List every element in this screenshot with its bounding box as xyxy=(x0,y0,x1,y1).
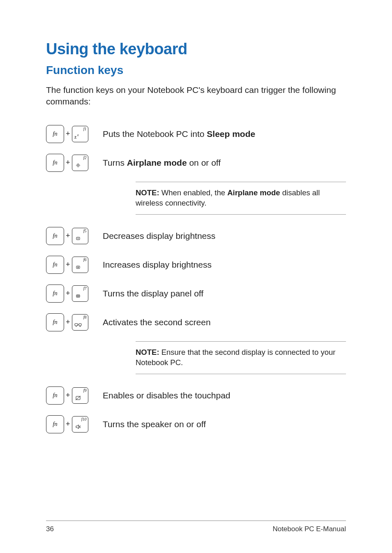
key-combo: fn + f9 xyxy=(46,386,103,405)
plus-sign: + xyxy=(66,318,70,326)
fn-key-icon: fn xyxy=(46,386,64,405)
f-label: f9 xyxy=(83,388,87,393)
key-combo: fn + f8 / xyxy=(46,312,103,331)
shortcut-description: Turns the speaker on or off xyxy=(103,414,346,430)
key-combo: fn + f10 xyxy=(46,414,103,433)
f-label: f10 xyxy=(81,417,87,421)
key-combo: fn + f5 xyxy=(46,226,103,245)
second-screen-icon: / xyxy=(74,321,82,329)
shortcut-description: Turns the display panel off xyxy=(103,284,346,299)
svg-text:z: z xyxy=(74,134,76,140)
fn-key-icon: fn xyxy=(46,415,64,433)
f8-key-icon: f8 / xyxy=(72,314,88,331)
svg-text:/: / xyxy=(78,324,78,326)
f9-key-icon: f9 xyxy=(72,387,88,404)
f6-key-icon: f6 xyxy=(72,257,88,273)
plus-sign: + xyxy=(66,231,70,240)
manual-title: Notebook PC E-Manual xyxy=(272,525,346,533)
shortcut-description: Turns Airplane mode on or off xyxy=(103,153,346,168)
key-combo: fn + f7 xyxy=(46,284,103,303)
page-footer: 36 Notebook PC E-Manual xyxy=(46,521,346,533)
svg-text:z: z xyxy=(77,133,79,137)
display-off-icon xyxy=(74,292,82,300)
shortcut-description: Enables or disables the touchpad xyxy=(103,386,346,401)
shortcut-row-f10: fn + f10 Turns the speaker on or off xyxy=(46,414,346,433)
shortcut-description: Activates the second screen xyxy=(103,312,346,328)
shortcut-row-f5: fn + f5 Decreases display brightness xyxy=(46,226,346,245)
plus-sign: + xyxy=(66,420,70,428)
key-combo: fn + f6 xyxy=(46,255,103,274)
f-label: f8 xyxy=(83,315,87,319)
divider xyxy=(136,214,346,215)
f-label: f6 xyxy=(83,257,87,262)
divider xyxy=(136,374,346,374)
fn-key-icon: fn xyxy=(46,285,64,303)
fn-key-icon: fn xyxy=(46,313,64,331)
f-label: f1 xyxy=(83,127,87,131)
f7-key-icon: f7 xyxy=(72,285,88,302)
touchpad-toggle-icon xyxy=(74,394,82,402)
sleep-icon: zz xyxy=(74,132,82,141)
page-title: Using the keyboard xyxy=(46,40,346,58)
shortcut-description: Decreases display brightness xyxy=(103,226,346,241)
brightness-up-icon xyxy=(74,263,82,271)
speaker-mute-icon xyxy=(74,423,82,431)
svg-point-4 xyxy=(78,238,78,239)
shortcut-row-f8: fn + f8 / Activates the second screen xyxy=(46,312,346,331)
section-title: Function keys xyxy=(46,64,346,77)
plus-sign: + xyxy=(66,260,70,269)
shortcut-row-f9: fn + f9 Enables or disables the touchpad xyxy=(46,386,346,405)
fn-key-icon: fn xyxy=(46,227,64,245)
note-text: NOTE: Ensure that the second display is … xyxy=(136,342,346,374)
note-second-display: NOTE: Ensure that the second display is … xyxy=(136,341,346,374)
intro-text: The function keys on your Notebook PC's … xyxy=(46,84,346,108)
shortcut-description: Increases display brightness xyxy=(103,255,346,270)
f-label: f2 xyxy=(83,155,87,160)
shortcut-row-f1: fn + f1 zz Puts the Notebook PC into Sle… xyxy=(46,124,346,143)
plus-sign: + xyxy=(66,130,70,138)
f1-key-icon: f1 zz xyxy=(72,126,88,142)
brightness-down-icon xyxy=(74,234,82,243)
svg-rect-3 xyxy=(76,237,80,240)
svg-point-2 xyxy=(77,164,79,166)
note-text: NOTE: When enabled, the Airplane mode di… xyxy=(136,182,346,214)
fn-key-icon: fn xyxy=(46,125,64,143)
shortcut-row-f2: fn + f2 Turns Airplane mode on or off xyxy=(46,153,346,172)
plus-sign: + xyxy=(66,158,70,167)
key-combo: fn + f1 zz xyxy=(46,124,103,143)
shortcut-row-f7: fn + f7 Turns the display panel off xyxy=(46,284,346,303)
svg-marker-17 xyxy=(76,425,78,429)
f10-key-icon: f10 xyxy=(72,416,88,433)
shortcut-description: Puts the Notebook PC into Sleep mode xyxy=(103,124,346,139)
plus-sign: + xyxy=(66,391,70,400)
fn-key-icon: fn xyxy=(46,256,64,274)
plus-sign: + xyxy=(66,289,70,298)
f5-key-icon: f5 xyxy=(72,228,88,244)
svg-rect-13 xyxy=(79,324,81,326)
f2-key-icon: f2 xyxy=(72,155,88,171)
svg-rect-10 xyxy=(75,324,78,326)
f-label: f7 xyxy=(83,286,87,291)
airplane-mode-icon xyxy=(74,161,82,169)
fn-key-icon: fn xyxy=(46,154,64,172)
shortcut-row-f6: fn + f6 Increases display brightness xyxy=(46,255,346,274)
page-number: 36 xyxy=(46,525,54,533)
note-airplane-mode: NOTE: When enabled, the Airplane mode di… xyxy=(136,182,346,215)
svg-point-6 xyxy=(77,266,78,268)
manual-page: Using the keyboard Function keys The fun… xyxy=(0,0,392,553)
key-combo: fn + f2 xyxy=(46,153,103,172)
f-label: f5 xyxy=(83,229,87,233)
